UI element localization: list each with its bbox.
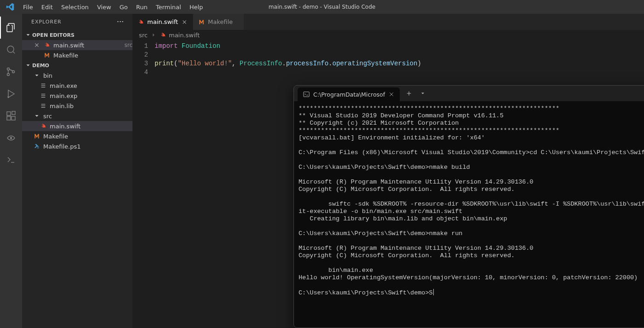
- terminal-tab-title: C:\ProgramData\Microsof: [313, 91, 385, 98]
- file-tree: binmain.exemain.expmain.libsrcmain.swift…: [22, 70, 132, 151]
- editor-tab[interactable]: main.swift: [132, 14, 193, 30]
- breadcrumb-segment[interactable]: src: [139, 32, 148, 39]
- window-title: main.swift - demo - Visual Studio Code: [269, 4, 375, 10]
- open-editor-item[interactable]: Makefile: [22, 50, 132, 60]
- code-line[interactable]: print("Hello world!", ProcessInfo.proces…: [155, 59, 421, 68]
- menu-terminal[interactable]: Terminal: [152, 2, 185, 12]
- breadcrumb-segment[interactable]: main.swift: [169, 32, 200, 39]
- svg-point-3: [12, 71, 15, 73]
- breadcrumb[interactable]: srcmain.swift: [132, 30, 644, 40]
- svg-rect-10: [37, 148, 39, 148]
- tree-item-label: src: [43, 113, 132, 120]
- terminal-output[interactable]: ****************************************…: [294, 101, 644, 328]
- tree-folder[interactable]: src: [22, 111, 132, 121]
- terminal-icon: [303, 91, 310, 98]
- svg-point-0: [7, 46, 14, 52]
- tree-file[interactable]: main.exe: [22, 81, 132, 91]
- code-content[interactable]: import Foundation print("Hello world!", …: [155, 42, 421, 77]
- svg-point-1: [7, 68, 10, 70]
- menu-go[interactable]: Go: [116, 2, 132, 12]
- tree-file[interactable]: Makefile: [22, 131, 132, 141]
- workspace-label: DEMO: [32, 63, 49, 69]
- menu-selection[interactable]: Selection: [58, 2, 92, 12]
- tree-item-label: main.exe: [50, 82, 132, 89]
- chevron-down-icon: [33, 113, 40, 119]
- tree-file[interactable]: main.lib: [22, 101, 132, 111]
- activity-explorer-icon[interactable]: [0, 17, 22, 39]
- close-icon[interactable]: [33, 42, 40, 48]
- open-editor-label: main.swift: [53, 42, 120, 49]
- editor-tabs: main.swiftMakefile: [132, 14, 644, 30]
- chevron-down-icon: [33, 72, 40, 79]
- activity-remote-icon[interactable]: [0, 127, 22, 149]
- terminal-tabbar: C:\ProgramData\Microsof: [294, 86, 644, 101]
- tree-file[interactable]: main.exp: [22, 91, 132, 101]
- code-line[interactable]: import Foundation: [155, 42, 421, 51]
- menu-run[interactable]: Run: [132, 2, 151, 12]
- sidebar-more-icon[interactable]: ···: [116, 19, 125, 25]
- chevron-down-icon: [25, 62, 31, 69]
- terminal-tab[interactable]: C:\ProgramData\Microsof: [298, 87, 400, 101]
- line-number: 2: [132, 51, 148, 59]
- open-editors-header[interactable]: OPEN EDITORS: [22, 30, 132, 40]
- close-icon[interactable]: [181, 19, 188, 25]
- code-line[interactable]: [155, 51, 421, 59]
- makefile-icon: [33, 132, 40, 140]
- svg-rect-11: [304, 92, 309, 97]
- code-line[interactable]: [155, 68, 421, 77]
- tree-item-label: main.exp: [50, 92, 132, 99]
- terminal-add-tab-button[interactable]: [402, 86, 416, 101]
- activity-search-icon[interactable]: [0, 39, 22, 61]
- svg-point-4: [8, 97, 9, 98]
- activity-extensions-icon[interactable]: [0, 105, 22, 127]
- svg-rect-6: [7, 116, 11, 120]
- terminal-dropdown-button[interactable]: [416, 86, 429, 101]
- open-editor-item[interactable]: main.swiftsrc: [22, 40, 132, 50]
- ps1-icon: [33, 143, 40, 150]
- svg-point-9: [11, 138, 12, 139]
- generic-icon: [40, 92, 47, 99]
- sidebar-title-label: EXPLORER: [31, 19, 62, 25]
- menu-edit[interactable]: Edit: [38, 2, 57, 12]
- workspace-header[interactable]: DEMO: [22, 60, 132, 70]
- menu-view[interactable]: View: [93, 2, 115, 12]
- svg-point-2: [7, 74, 10, 76]
- activity-source-control-icon[interactable]: [0, 61, 22, 83]
- editor-tab[interactable]: Makefile: [193, 14, 244, 30]
- swift-icon: [160, 32, 166, 38]
- line-number: 4: [132, 68, 148, 77]
- tree-file[interactable]: Makefile.ps1: [22, 141, 132, 151]
- chevron-down-icon: [25, 32, 31, 38]
- line-number-gutter: 1234: [132, 42, 155, 77]
- tree-folder[interactable]: bin: [22, 70, 132, 81]
- line-number: 1: [132, 42, 148, 51]
- tree-file[interactable]: main.swift: [22, 121, 132, 131]
- svg-rect-7: [12, 116, 15, 120]
- activity-bar: [0, 14, 22, 328]
- tree-item-label: bin: [43, 72, 132, 79]
- terminal-window: C:\ProgramData\Microsof **********: [293, 85, 644, 328]
- line-number: 3: [132, 59, 148, 68]
- swift-icon: [137, 18, 144, 26]
- tree-item-label: Makefile.ps1: [43, 143, 132, 150]
- menu-bar: FileEditSelectionViewGoRunTerminalHelp: [19, 2, 207, 12]
- activity-run-debug-icon[interactable]: [0, 83, 22, 105]
- activity-terminal-icon[interactable]: [0, 149, 22, 171]
- generic-icon: [40, 82, 47, 89]
- open-editors-label: OPEN EDITORS: [32, 32, 75, 38]
- menu-help[interactable]: Help: [186, 2, 207, 12]
- open-editor-label: Makefile: [53, 52, 132, 59]
- tree-item-label: Makefile: [43, 133, 132, 140]
- sidebar-title: EXPLORER ···: [22, 14, 132, 30]
- titlebar: FileEditSelectionViewGoRunTerminalHelp m…: [0, 0, 644, 14]
- editor-tab-label: Makefile: [208, 18, 233, 25]
- code-editor[interactable]: 1234 import Foundation print("Hello worl…: [132, 40, 644, 77]
- tree-item-label: main.swift: [50, 123, 132, 130]
- editor-area: main.swiftMakefile srcmain.swift 1234 im…: [132, 14, 644, 328]
- editor-tab-label: main.swift: [147, 18, 178, 25]
- menu-file[interactable]: File: [19, 2, 37, 12]
- generic-icon: [40, 102, 47, 109]
- open-editors-list: main.swiftsrcMakefile: [22, 40, 132, 60]
- makefile-icon: [198, 18, 205, 26]
- close-icon[interactable]: [389, 92, 394, 97]
